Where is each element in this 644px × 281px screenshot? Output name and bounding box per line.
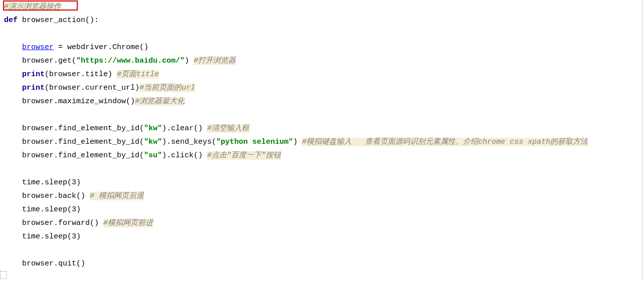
string-python-selenium: "python selenium" <box>216 138 293 146</box>
comment-send: #模拟键盘输入 查看页面源码识别元素属性、介绍chrome css xpath的… <box>302 138 588 146</box>
string-url: "https://www.baidu.com/" <box>76 57 185 65</box>
find-kw-send-pre: browser.find_element_by_id( <box>22 138 144 146</box>
print-title-arg: (browser.title) <box>45 70 117 79</box>
comment-forward: #模拟网页前进 <box>103 219 153 227</box>
sleep-2: time.sleep(3) <box>22 205 81 214</box>
string-kw1: "kw" <box>144 124 162 133</box>
var-browser[interactable]: browser <box>22 43 54 52</box>
comment-maximize: #浏览器最大化 <box>135 97 185 106</box>
comment-back: # 模拟网页后退 <box>90 192 144 200</box>
send-keys-post: ) <box>293 138 302 146</box>
string-kw2: "kw" <box>144 138 162 146</box>
comment-url: #当前页面的url <box>139 84 195 92</box>
keyword-print1: print <box>22 70 45 79</box>
sleep-1: time.sleep(3) <box>22 178 81 187</box>
string-su: "su" <box>144 151 162 160</box>
code-block: #演示浏览器操作 def browser_action(): browser =… <box>0 0 642 270</box>
call-get-post: ) <box>185 57 194 65</box>
browser-quit: browser.quit() <box>22 259 85 268</box>
comment-clear: #清空输入框 <box>207 124 249 133</box>
browser-back: browser.back() <box>22 192 90 200</box>
comment-title: #页面title <box>117 70 159 79</box>
keyword-print2: print <box>22 84 45 92</box>
browser-forward: browser.forward() <box>22 219 103 227</box>
call-get-pre: browser.get( <box>22 57 76 65</box>
code-editor[interactable]: #演示浏览器操作 def browser_action(): browser =… <box>0 0 642 281</box>
sleep-3: time.sleep(3) <box>22 232 81 241</box>
gutter-marker <box>0 271 7 279</box>
def-name: browser_action(): <box>18 16 99 25</box>
find-kw-clear-pre: browser.find_element_by_id( <box>22 124 144 133</box>
assign-chrome: = webdriver.Chrome() <box>54 43 148 52</box>
find-su-pre: browser.find_element_by_id( <box>22 151 144 160</box>
maximize-window: browser.maximize_window() <box>22 97 135 106</box>
find-kw-clear-post: ).clear() <box>162 124 207 133</box>
comment-top: #演示浏览器操作 <box>4 3 61 11</box>
keyword-def: def <box>4 16 18 25</box>
find-su-click: ).click() <box>162 151 207 160</box>
comment-click: #点击"百度一下"按钮 <box>207 151 281 160</box>
comment-open: #打开浏览器 <box>194 57 236 65</box>
print-url-arg: (browser.current_url) <box>45 84 139 92</box>
send-keys-mid: ).send_keys( <box>162 138 216 146</box>
